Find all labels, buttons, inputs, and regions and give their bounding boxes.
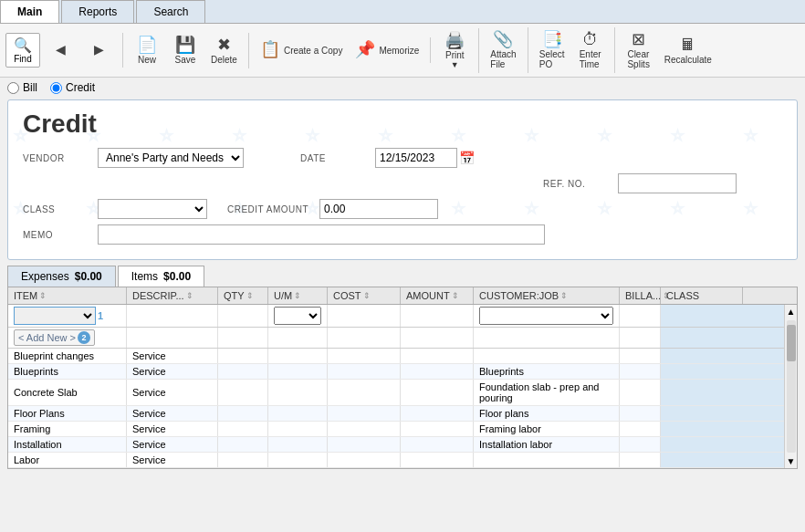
bill-label: Bill bbox=[23, 81, 37, 94]
scroll-thumb[interactable] bbox=[787, 325, 796, 361]
clear-splits-label: Clear Splits bbox=[627, 49, 649, 69]
cell-amount-5 bbox=[401, 437, 474, 452]
scroll-track[interactable] bbox=[787, 320, 796, 453]
table-body: 1 < Add New > bbox=[8, 305, 797, 468]
date-input[interactable] bbox=[375, 148, 457, 168]
copy-group: 📋 Create a Copy 📌 Memorize bbox=[255, 37, 431, 63]
new-button[interactable]: 📄 New bbox=[129, 33, 165, 68]
th-cj: CUSTOMER:JOB ⇕ bbox=[474, 287, 620, 304]
back-icon: ◀ bbox=[56, 43, 66, 56]
cell-desc-4: Service bbox=[127, 422, 218, 436]
add-new-button[interactable]: < Add New > 2 bbox=[14, 329, 95, 346]
bill-radio[interactable] bbox=[7, 82, 19, 94]
credit-radio[interactable] bbox=[50, 82, 62, 94]
cell-cj-0 bbox=[474, 349, 620, 363]
clear-splits-button[interactable]: ⊠ Clear Splits bbox=[621, 27, 657, 73]
cell-um-1 bbox=[268, 364, 328, 379]
find-icon: 🔍 bbox=[14, 37, 32, 54]
cell-item-2: Concrete Slab bbox=[8, 380, 127, 405]
memorize-icon: 📌 bbox=[355, 41, 375, 57]
th-class: CLASS bbox=[661, 287, 743, 304]
memorize-button[interactable]: 📌 Memorize bbox=[350, 37, 424, 63]
credit-amount-input[interactable] bbox=[319, 199, 438, 219]
cell-item-5: Installation bbox=[8, 437, 127, 452]
find-button[interactable]: 🔍 Find bbox=[5, 33, 40, 68]
add-new-label: < Add New > bbox=[18, 332, 76, 343]
ref-input[interactable] bbox=[618, 173, 737, 193]
bill-input-cell bbox=[620, 305, 661, 327]
btab-expenses-amount: $0.00 bbox=[75, 270, 102, 283]
tab-main[interactable]: Main bbox=[0, 0, 59, 23]
table-row: Blueprints Service Blueprints bbox=[8, 364, 784, 380]
splits-group: ⊠ Clear Splits 🖩 Recalculate bbox=[621, 27, 723, 73]
cell-qty-4 bbox=[218, 422, 268, 436]
cost-input-cell bbox=[328, 305, 401, 327]
scroll-header-spacer bbox=[743, 287, 756, 304]
items-table: ITEM ⇕ DESCRIP... ⇕ QTY ⇕ U/M ⇕ COST ⇕ A… bbox=[7, 287, 798, 469]
tabs-bar: Main Reports Search bbox=[0, 0, 805, 24]
recalculate-button[interactable]: 🖩 Recalculate bbox=[659, 33, 717, 68]
sort-cj-icon: ⇕ bbox=[560, 291, 568, 300]
um-dropdown[interactable] bbox=[274, 307, 321, 325]
select-po-button[interactable]: 📑 Select PO bbox=[534, 27, 570, 73]
save-button[interactable]: 💾 Save bbox=[167, 33, 204, 68]
calendar-icon[interactable]: 📅 bbox=[459, 151, 475, 165]
cell-desc-3: Service bbox=[127, 406, 218, 421]
back-button[interactable]: ◀ bbox=[42, 39, 78, 61]
cell-cost-1 bbox=[328, 364, 401, 379]
class-input-cell bbox=[661, 305, 784, 327]
print-button[interactable]: 🖨️ Print ▼ bbox=[436, 28, 473, 73]
memo-input[interactable] bbox=[98, 224, 545, 245]
save-icon: 💾 bbox=[175, 37, 195, 53]
cell-bill-0 bbox=[620, 349, 661, 363]
cj-dropdown[interactable] bbox=[479, 307, 613, 325]
th-item: ITEM ⇕ bbox=[8, 287, 127, 304]
attach-button[interactable]: 📎 Attach File bbox=[485, 27, 521, 73]
attach-icon: 📎 bbox=[493, 31, 513, 47]
badge-2: 2 bbox=[78, 331, 90, 344]
cell-class-3 bbox=[661, 406, 784, 421]
vertical-scrollbar[interactable]: ▲ ▼ bbox=[784, 305, 797, 468]
select-po-label: Select PO bbox=[539, 49, 565, 69]
cell-desc-1: Service bbox=[127, 364, 218, 379]
vendor-select[interactable]: Anne's Party and Needs bbox=[98, 148, 244, 168]
print-group: 🖨️ Print ▼ bbox=[436, 28, 479, 73]
new-group: 📄 New 💾 Save ✖ Delete bbox=[129, 33, 249, 68]
cell-qty-3 bbox=[218, 406, 268, 421]
item-input-cell[interactable]: 1 bbox=[8, 305, 127, 327]
item-dropdown[interactable] bbox=[14, 307, 96, 325]
cell-desc-0: Service bbox=[127, 349, 218, 363]
cell-qty-0 bbox=[218, 349, 268, 363]
cell-cost-3 bbox=[328, 406, 401, 421]
cell-class-6 bbox=[661, 453, 784, 467]
form-title: Credit bbox=[23, 110, 782, 139]
tab-search[interactable]: Search bbox=[136, 0, 205, 23]
delete-button[interactable]: ✖ Delete bbox=[205, 33, 243, 68]
enter-time-button[interactable]: ⏱ Enter Time bbox=[572, 27, 609, 73]
sort-item-icon: ⇕ bbox=[39, 291, 47, 300]
forward-button[interactable]: ▶ bbox=[80, 39, 117, 61]
btab-items-amount: $0.00 bbox=[163, 270, 191, 283]
scroll-down-button[interactable]: ▼ bbox=[785, 454, 798, 468]
scroll-up-button[interactable]: ▲ bbox=[785, 305, 798, 318]
btab-expenses[interactable]: Expenses $0.00 bbox=[7, 266, 116, 287]
bill-radio-label[interactable]: Bill bbox=[7, 81, 37, 94]
btab-items-label: Items bbox=[131, 270, 158, 283]
tab-reports[interactable]: Reports bbox=[61, 0, 134, 23]
cell-cost-6 bbox=[328, 453, 401, 467]
th-bill: BILLA... ⇕ bbox=[620, 287, 661, 304]
cell-um-6 bbox=[268, 453, 328, 467]
enter-time-label: Enter Time bbox=[580, 49, 601, 69]
credit-radio-label[interactable]: Credit bbox=[50, 81, 95, 94]
amount-input-cell bbox=[401, 305, 474, 327]
cell-bill-2 bbox=[620, 380, 661, 405]
credit-form: Credit VENDOR Anne's Party and Needs DAT… bbox=[7, 99, 798, 260]
btab-items[interactable]: Items $0.00 bbox=[118, 266, 204, 287]
cell-class-0 bbox=[661, 349, 784, 363]
memo-label: MEMO bbox=[23, 230, 87, 240]
class-select[interactable] bbox=[98, 199, 207, 219]
find-label: Find bbox=[14, 54, 31, 64]
add-new-row: < Add New > 2 bbox=[8, 328, 784, 349]
create-copy-button[interactable]: 📋 Create a Copy bbox=[255, 37, 348, 63]
table-row: Blueprint changes Service bbox=[8, 349, 784, 364]
